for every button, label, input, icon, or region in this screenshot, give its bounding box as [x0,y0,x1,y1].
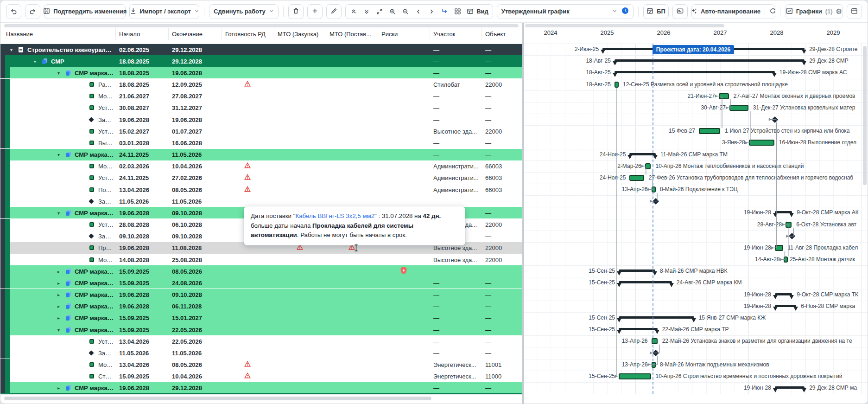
table-row[interactable]: ▸СМР марка ЭС19.06.202806.11.2028—— [0,301,522,312]
task-name[interactable]: Прокладка кабе... [98,244,114,251]
undo-button[interactable] [6,4,21,19]
task-name[interactable]: Завершены СМ... [98,349,114,356]
shift-work-select[interactable]: Сдвинуть работу [209,4,279,19]
goto-task-icon[interactable] [438,6,450,18]
table-row[interactable]: ▾СМР марка ТР15.09.202522.05.2026—— [0,324,522,335]
task-name[interactable]: Завершены СМ... [98,233,114,240]
expand-arrow-icon[interactable]: ▸ [57,292,60,297]
expand-arrow-icon[interactable]: ▸ [57,269,60,274]
table-row[interactable]: ▸СМР марка ВК19.06.202829.12.2028—— [0,382,522,394]
table-row[interactable]: Установка труб...24.11.202527.02.2026Адм… [0,172,522,184]
task-name[interactable]: СМР марка АС [75,69,114,76]
gear-icon[interactable]: ⚙ [836,7,842,16]
expand-arrow-icon[interactable]: ▸ [57,280,60,285]
prev-icon[interactable] [412,6,424,18]
card-panel-button[interactable] [672,4,688,19]
column-header[interactable]: Название [6,31,33,38]
collapse-arrow-icon[interactable]: ▾ [34,58,36,64]
edit-button[interactable] [326,4,342,19]
scrollbar-thumb[interactable] [4,397,431,400]
table-row[interactable]: Выполнение отд...03.01.202816.06.2028—— [0,137,522,148]
schedule-select[interactable]: Утвержденный график [497,4,634,19]
task-name[interactable]: СМР марка ТР [75,326,114,333]
expand-arrow-icon[interactable]: ▸ [57,385,60,391]
task-name[interactable]: Строительство ... [98,373,114,380]
collapse-arrow-icon[interactable]: ▾ [57,152,60,157]
task-name[interactable]: Устройство сте... [98,128,114,135]
task-name[interactable]: СМР марка ЭС [75,303,114,310]
table-row[interactable]: Завершены СМ...11.05.202611.05.2026—— [0,347,522,359]
task-name[interactable]: Выполнение отд... [98,139,114,146]
confirm-changes-button[interactable]: Подтвердить изменения [44,4,126,19]
column-header[interactable]: Риски [381,31,398,38]
zoom-in-icon[interactable] [386,6,399,18]
column-header[interactable]: МТО (Постав... [329,31,371,38]
task-name[interactable]: Установка авто... [98,221,114,228]
column-header[interactable]: Начало [119,31,140,38]
table-row[interactable]: ▸СМР марка КМ15.09.202524.08.2026—— [0,277,522,289]
table-row[interactable]: Разметка осей ...18.08.202512.09.2025Сти… [0,79,522,90]
task-name[interactable]: СМР марка АК [75,209,114,216]
task-name[interactable]: СМР марка НВК [75,268,114,275]
table-row[interactable]: ▾СМР марка ТМ24.11.202511.05.2026—— [0,149,522,160]
task-name[interactable]: СМР марка КЖ [75,314,114,321]
table-row[interactable]: Подключение к ...13.04.202608.05.2026Адм… [0,184,522,195]
column-header[interactable]: Объект [485,31,506,38]
add-task-button[interactable] [307,4,323,19]
refresh-icon[interactable] [769,7,776,16]
next-icon[interactable] [425,6,437,18]
task-name[interactable]: Монтаж подъем... [98,361,114,368]
bp-button[interactable]: БП [643,4,669,19]
table-row[interactable]: Монтаж теплоо...02.03.202610.04.2026Адми… [0,160,522,172]
charts-button[interactable]: Графики (1) ⚙ [785,4,843,19]
collapse-arrow-icon[interactable]: ▾ [57,327,60,332]
column-header[interactable]: Окончание [172,31,203,38]
redo-button[interactable] [25,4,40,19]
task-name[interactable]: Установка знако... [98,338,114,345]
task-name[interactable]: Монтаж датчик... [98,256,114,263]
autoplan-button[interactable]: Авто-планирование [691,4,775,19]
collapse-arrow-icon[interactable]: ▾ [57,210,60,215]
tooltip-material-link[interactable]: Кабель ВВГнг-LS 3х2,5 мм2 [295,212,374,219]
task-name[interactable]: СМР [51,58,114,64]
table-hscrollbar-top[interactable] [4,24,519,27]
table-row[interactable]: Завершены СМ...19.06.202819.06.2028—— [0,114,522,125]
table-row[interactable]: Установка знако...13.04.202622.05.2026—— [0,335,522,347]
table-row[interactable]: Строительство ...15.09.202510.04.2026Эне… [0,371,522,382]
calendar-button[interactable] [847,4,862,19]
column-header[interactable]: Участок [433,31,456,38]
task-name[interactable]: Разметка осей ... [98,81,114,88]
expand-all-icon[interactable] [361,6,373,18]
column-header[interactable]: Готовность РД [225,31,266,38]
baseline-clock-icon[interactable] [621,7,629,16]
task-name[interactable]: СМР марка КМ [75,279,114,286]
collapse-arrow-icon[interactable]: ▾ [10,47,13,52]
table-view-button[interactable]: Вид [464,6,491,18]
task-name[interactable]: Монтаж оконны... [98,93,114,100]
task-name[interactable]: Завершены СМ... [98,116,114,123]
collapse-arrow-icon[interactable]: ▾ [57,70,60,75]
column-header[interactable]: МТО (Закупка) [278,31,318,38]
table-row[interactable]: ▾СМР марка АС18.08.202519.06.2028—— [0,67,522,78]
task-name[interactable]: СМР марка ТМ [75,151,114,158]
table-row[interactable]: Монтаж датчик...14.08.202825.08.2028Высо… [0,254,522,265]
table-row[interactable]: ▾СМР18.08.202529.12.2028—— [0,55,522,67]
table-row[interactable]: ▾Строительство южноуральс...02.06.202529… [0,44,522,55]
table-row[interactable]: Устройство сте...15.02.202701.07.2027Выс… [0,125,522,137]
table-row[interactable]: Завершены СМ...11.05.202611.05.2026—— [0,195,522,207]
table-row[interactable]: ▸СМР марка КЖ15.09.202515.01.2027—— [0,312,522,324]
task-name[interactable]: СМР марка ВК [75,385,114,391]
task-name[interactable]: СМР марка ТК [75,291,114,298]
zoom-out-icon[interactable] [399,6,412,18]
task-name[interactable]: Строительство южноуральс... [27,46,114,53]
table-row[interactable]: Монтаж оконны...21.06.202727.08.2027—— [0,90,522,102]
panel-splitter[interactable] [522,23,524,404]
task-name[interactable]: Установка кров... [98,104,114,111]
gantt-vscrollbar[interactable] [863,46,867,185]
task-name[interactable]: Установка труб... [98,174,114,181]
task-name[interactable]: Подключение к ... [98,186,114,193]
grid-view-icon[interactable] [451,6,463,18]
table-row[interactable]: Монтаж подъем...13.04.202608.05.2026Энер… [0,359,522,371]
collapse-all-icon[interactable] [348,6,360,18]
fit-view-icon[interactable] [374,6,386,18]
